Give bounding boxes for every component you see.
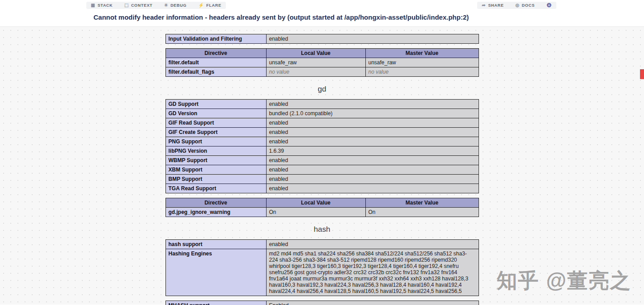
directive-cell: MHASH support xyxy=(165,301,266,305)
directive-cell: GD Support xyxy=(165,100,266,109)
gear-icon: ⚙ xyxy=(547,2,552,8)
tab-debug-label: DEBUG xyxy=(170,3,186,8)
context-icon: ⬚ xyxy=(124,3,129,8)
tab-flare[interactable]: ⚡ FLARE xyxy=(198,3,221,8)
toolbar: ▦ STACK ⬚ CONTEXT ✳ DEBUG ⚡ FLARE ➦ SHAR… xyxy=(0,0,644,9)
docs-icon: ◎ xyxy=(515,3,519,8)
table-header-row: DirectiveLocal ValueMaster Value xyxy=(165,198,479,208)
tab-group-left: ▦ STACK ⬚ CONTEXT ✳ DEBUG ⚡ FLARE xyxy=(86,2,226,9)
settings-button[interactable]: ⚙ xyxy=(547,2,552,8)
stack-icon: ▦ xyxy=(91,3,95,8)
directive-cell: gd.jpeg_ignore_warning xyxy=(165,208,266,217)
directive-cell: Input Validation and Filtering xyxy=(165,34,266,44)
column-header: Local Value xyxy=(266,198,365,208)
value-cell: enabled xyxy=(266,165,479,175)
column-header: Master Value xyxy=(365,198,479,208)
value-cell: enabled xyxy=(266,175,479,184)
column-header: Directive xyxy=(165,49,266,58)
error-message: Cannot modify header information - heade… xyxy=(0,9,644,22)
tab-stack-label: STACK xyxy=(97,3,113,8)
value-cell: no value xyxy=(266,67,365,77)
table-row: MHASH supportEnabled xyxy=(165,301,479,305)
tab-flare-label: FLARE xyxy=(206,3,221,8)
value-cell: enabled xyxy=(266,100,479,109)
directive-cell: Hashing Engines xyxy=(165,249,266,296)
table-row: gd.jpeg_ignore_warningOnOn xyxy=(165,208,479,217)
phpinfo-table: hash supportenabledHashing Enginesmd2 md… xyxy=(165,239,479,296)
value-cell: On xyxy=(266,208,365,217)
value-cell: Enabled xyxy=(266,301,479,305)
docs-button-label: DOCS xyxy=(522,3,535,8)
phpinfo-table: Input Validation and Filteringenabled xyxy=(165,34,479,44)
share-button[interactable]: ➦ SHARE xyxy=(482,3,504,8)
table-row: Hashing Enginesmd2 md4 md5 sha1 sha224 s… xyxy=(165,249,479,296)
table-row: Input Validation and Filteringenabled xyxy=(165,34,479,44)
table-row: filter.defaultunsafe_rawunsafe_raw xyxy=(165,58,479,67)
directive-cell: PNG Support xyxy=(165,137,266,146)
share-icon: ➦ xyxy=(482,3,486,8)
tab-context-label: CONTEXT xyxy=(131,3,153,8)
table-header-row: DirectiveLocal ValueMaster Value xyxy=(165,49,479,58)
table-row: GD Versionbundled (2.1.0 compatible) xyxy=(165,109,479,118)
value-cell: On xyxy=(365,208,479,217)
table-row: hash supportenabled xyxy=(165,240,479,249)
directive-cell: filter.default xyxy=(165,58,266,67)
table-row: libPNG Version1.6.39 xyxy=(165,146,479,156)
directive-cell: BMP Support xyxy=(165,175,266,184)
column-header: Local Value xyxy=(266,49,365,58)
directive-cell: WBMP Support xyxy=(165,156,266,165)
value-cell: enabled xyxy=(266,184,479,193)
phpinfo-table: DirectiveLocal ValueMaster Valuefilter.d… xyxy=(165,48,479,77)
directive-cell: GIF Read Support xyxy=(165,118,266,128)
value-cell: bundled (2.1.0 compatible) xyxy=(266,109,479,118)
value-cell: enabled xyxy=(266,240,479,249)
value-cell: enabled xyxy=(266,118,479,128)
table-row: GIF Create Supportenabled xyxy=(165,128,479,137)
tab-stack[interactable]: ▦ STACK xyxy=(91,3,113,8)
table-row: XBM Supportenabled xyxy=(165,165,479,175)
table-row: filter.default_flagsno valueno value xyxy=(165,67,479,77)
flare-icon: ⚡ xyxy=(198,3,204,8)
value-cell: 1.6.39 xyxy=(266,146,479,156)
docs-button[interactable]: ◎ DOCS xyxy=(515,3,534,8)
table-row: GIF Read Supportenabled xyxy=(165,118,479,128)
value-cell: no value xyxy=(365,67,479,77)
directive-cell: filter.default_flags xyxy=(165,67,266,77)
section-heading: hash xyxy=(0,225,644,234)
table-row: BMP Supportenabled xyxy=(165,175,479,184)
tab-debug[interactable]: ✳ DEBUG xyxy=(164,3,186,8)
phpinfo-table: DirectiveLocal ValueMaster Valuegd.jpeg_… xyxy=(165,198,479,217)
value-cell: enabled xyxy=(266,34,479,44)
phpinfo-content: Input Validation and FilteringenabledDir… xyxy=(0,27,644,305)
directive-cell: libPNG Version xyxy=(165,146,266,156)
table-row: PNG Supportenabled xyxy=(165,137,479,146)
section-heading: gd xyxy=(0,85,644,94)
action-group-right: ➦ SHARE ◎ DOCS ⚙ xyxy=(477,2,556,9)
directive-cell: TGA Read Support xyxy=(165,184,266,193)
tab-context[interactable]: ⬚ CONTEXT xyxy=(124,3,153,8)
scrollbar-error-marker xyxy=(640,69,644,79)
column-header: Directive xyxy=(165,198,266,208)
phpinfo-blocks: Input Validation and FilteringenabledDir… xyxy=(0,34,644,305)
table-row: WBMP Supportenabled xyxy=(165,156,479,165)
phpinfo-table: GD SupportenabledGD Versionbundled (2.1.… xyxy=(165,99,479,193)
value-cell: md2 md4 md5 sha1 sha224 sha256 sha384 sh… xyxy=(266,249,479,296)
directive-cell: GIF Create Support xyxy=(165,128,266,137)
table-row: TGA Read Supportenabled xyxy=(165,184,479,193)
table-row: GD Supportenabled xyxy=(165,100,479,109)
value-cell: enabled xyxy=(266,156,479,165)
page-header: ▦ STACK ⬚ CONTEXT ✳ DEBUG ⚡ FLARE ➦ SHAR… xyxy=(0,0,644,27)
column-header: Master Value xyxy=(365,49,479,58)
directive-cell: XBM Support xyxy=(165,165,266,175)
value-cell: enabled xyxy=(266,137,479,146)
debug-icon: ✳ xyxy=(164,3,168,8)
phpinfo-table: MHASH supportEnabledMHASH API VersionEmu… xyxy=(165,301,479,305)
directive-cell: hash support xyxy=(165,240,266,249)
value-cell: enabled xyxy=(266,128,479,137)
directive-cell: GD Version xyxy=(165,109,266,118)
value-cell: unsafe_raw xyxy=(365,58,479,67)
value-cell: unsafe_raw xyxy=(266,58,365,67)
share-button-label: SHARE xyxy=(488,3,504,8)
